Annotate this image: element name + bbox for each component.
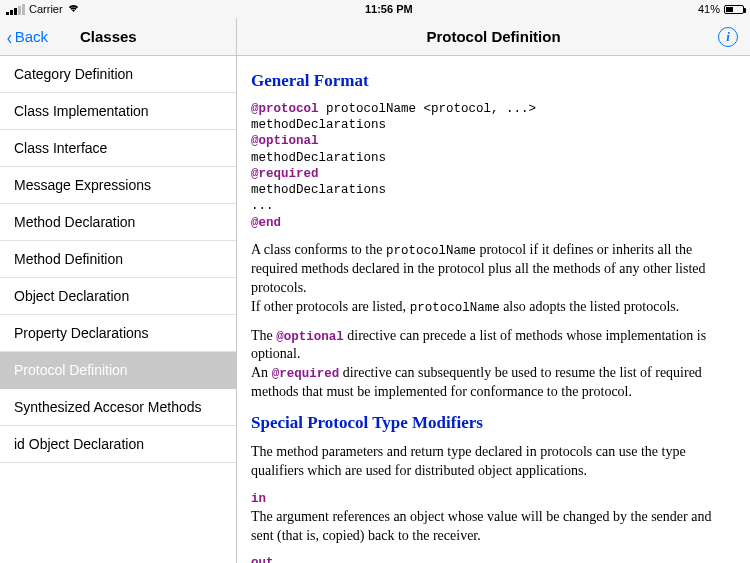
paragraph-modifiers-intro: The method parameters and return type de… bbox=[251, 443, 736, 481]
modifier-in: in The argument references an object who… bbox=[251, 491, 736, 546]
sidebar-item[interactable]: Object Declaration bbox=[0, 278, 236, 315]
back-label: Back bbox=[15, 28, 48, 45]
wifi-icon bbox=[67, 2, 80, 16]
status-bar: Carrier 11:56 PM 41% bbox=[0, 0, 750, 18]
signal-icon bbox=[6, 4, 25, 15]
sidebar-item[interactable]: Synthesized Accesor Methods bbox=[0, 389, 236, 426]
page-title: Protocol Definition bbox=[426, 28, 560, 45]
sidebar: ‹ Back Classes Category DefinitionClass … bbox=[0, 18, 237, 563]
sidebar-item[interactable]: id Object Declaration bbox=[0, 426, 236, 463]
modifier-out: out The argument references an object wh… bbox=[251, 555, 736, 563]
sidebar-navbar: ‹ Back Classes bbox=[0, 18, 236, 56]
sidebar-item[interactable]: Property Declarations bbox=[0, 315, 236, 352]
paragraph-conforms: A class conforms to the protocolName pro… bbox=[251, 241, 736, 317]
main-navbar: Protocol Definition i bbox=[237, 18, 750, 56]
battery-icon bbox=[724, 5, 744, 14]
heading-general-format: General Format bbox=[251, 70, 736, 93]
sidebar-title: Classes bbox=[80, 28, 137, 45]
sidebar-item[interactable]: Category Definition bbox=[0, 56, 236, 93]
battery-text: 41% bbox=[698, 3, 720, 15]
carrier-label: Carrier bbox=[29, 3, 63, 15]
paragraph-directives: The @optional directive can precede a li… bbox=[251, 327, 736, 403]
sidebar-item[interactable]: Method Declaration bbox=[0, 204, 236, 241]
sidebar-item[interactable]: Class Implementation bbox=[0, 93, 236, 130]
chevron-left-icon: ‹ bbox=[7, 27, 12, 47]
main-pane: Protocol Definition i General Format @pr… bbox=[237, 18, 750, 563]
sidebar-item[interactable]: Protocol Definition bbox=[0, 352, 236, 389]
protocol-code-block: @protocol protocolName <protocol, ...> m… bbox=[251, 101, 736, 231]
sidebar-list: Category DefinitionClass ImplementationC… bbox=[0, 56, 236, 563]
content-area: General Format @protocol protocolName <p… bbox=[237, 56, 750, 563]
sidebar-item[interactable]: Class Interface bbox=[0, 130, 236, 167]
sidebar-item[interactable]: Method Definition bbox=[0, 241, 236, 278]
sidebar-item[interactable]: Message Expressions bbox=[0, 167, 236, 204]
heading-special-modifiers: Special Protocol Type Modifiers bbox=[251, 412, 736, 435]
back-button[interactable]: ‹ Back bbox=[6, 27, 48, 47]
clock: 11:56 PM bbox=[365, 3, 413, 15]
info-button[interactable]: i bbox=[718, 27, 738, 47]
